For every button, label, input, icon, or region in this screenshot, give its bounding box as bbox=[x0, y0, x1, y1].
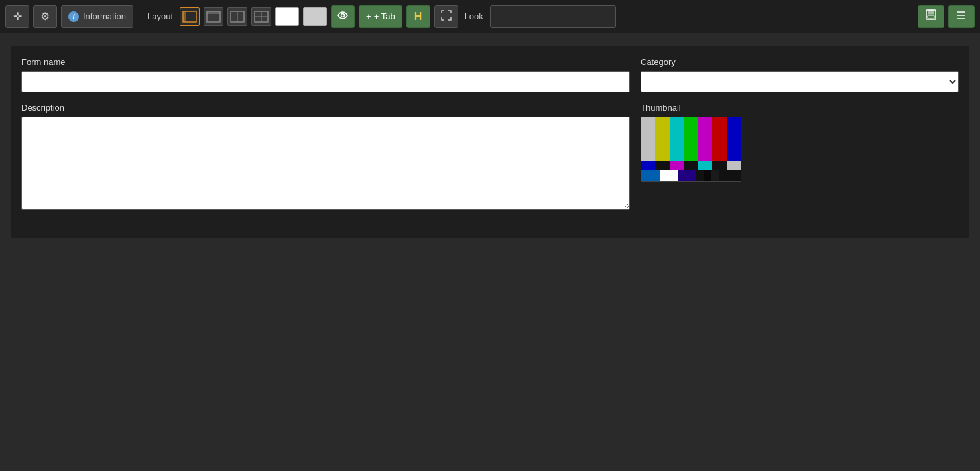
thumbnail-col: Thumbnail bbox=[641, 103, 959, 182]
toolbar-right bbox=[918, 5, 975, 28]
layout-button-1[interactable] bbox=[180, 7, 200, 26]
layout1-icon bbox=[182, 11, 197, 23]
layout3-icon bbox=[230, 11, 245, 23]
form-name-input[interactable] bbox=[21, 71, 630, 92]
svg-rect-11 bbox=[928, 10, 934, 14]
layout2-icon bbox=[206, 11, 221, 23]
light-color-button[interactable] bbox=[303, 7, 327, 26]
expand-button[interactable] bbox=[434, 5, 458, 28]
toolbar: ✛ ⚙ i Information Layout bbox=[0, 0, 980, 33]
svg-rect-1 bbox=[183, 11, 186, 22]
form-row-1: Form name Category bbox=[21, 57, 959, 92]
category-label: Category bbox=[641, 57, 959, 67]
move-icon: ✛ bbox=[13, 10, 22, 23]
layout-label: Layout bbox=[147, 11, 173, 21]
look-input[interactable] bbox=[490, 5, 616, 28]
save-icon bbox=[925, 9, 937, 24]
eye-button[interactable] bbox=[331, 5, 355, 28]
form-name-label: Form name bbox=[21, 57, 630, 67]
category-col: Category bbox=[641, 57, 959, 92]
description-label: Description bbox=[21, 103, 630, 113]
save-button[interactable] bbox=[918, 5, 944, 28]
white-color-button[interactable] bbox=[275, 7, 299, 26]
add-tab-button[interactable]: + + Tab bbox=[359, 5, 402, 28]
info-icon: i bbox=[68, 11, 79, 22]
description-textarea[interactable] bbox=[21, 117, 630, 210]
gear-icon: ⚙ bbox=[40, 10, 50, 23]
color-bars-mid bbox=[641, 161, 741, 170]
thumbnail-image bbox=[641, 117, 741, 182]
settings-button[interactable]: ⚙ bbox=[33, 5, 57, 28]
layout-button-2[interactable] bbox=[204, 7, 223, 26]
move-button[interactable]: ✛ bbox=[5, 5, 29, 28]
svg-point-9 bbox=[341, 13, 345, 17]
layout-button-4[interactable] bbox=[251, 7, 271, 26]
tab-label: + Tab bbox=[374, 11, 395, 21]
form-row-2: Description Thumbnail bbox=[21, 103, 959, 212]
category-select[interactable] bbox=[641, 71, 959, 92]
info-label: Information bbox=[83, 11, 126, 21]
description-col: Description bbox=[21, 103, 630, 212]
list-button[interactable] bbox=[948, 5, 975, 28]
info-button[interactable]: i Information bbox=[61, 5, 133, 28]
layout4-icon bbox=[254, 11, 269, 23]
expand-icon bbox=[441, 10, 452, 23]
plus-icon: + bbox=[366, 11, 371, 21]
svg-rect-3 bbox=[207, 11, 220, 14]
list-icon bbox=[956, 11, 967, 23]
eye-icon bbox=[337, 11, 349, 23]
h-icon: H bbox=[414, 11, 422, 23]
color-bars-top bbox=[641, 117, 741, 161]
look-label: Look bbox=[465, 11, 483, 21]
layout-button-3[interactable] bbox=[227, 7, 247, 26]
color-bars-bot bbox=[641, 170, 741, 182]
divider-1 bbox=[139, 7, 139, 27]
h-button[interactable]: H bbox=[406, 5, 430, 28]
thumbnail-label: Thumbnail bbox=[641, 103, 959, 113]
form-panel: Form name Category Description Thumbnail bbox=[11, 46, 969, 238]
svg-rect-12 bbox=[928, 15, 934, 19]
main-content: Form name Category Description Thumbnail bbox=[0, 33, 980, 251]
form-name-col: Form name bbox=[21, 57, 630, 92]
